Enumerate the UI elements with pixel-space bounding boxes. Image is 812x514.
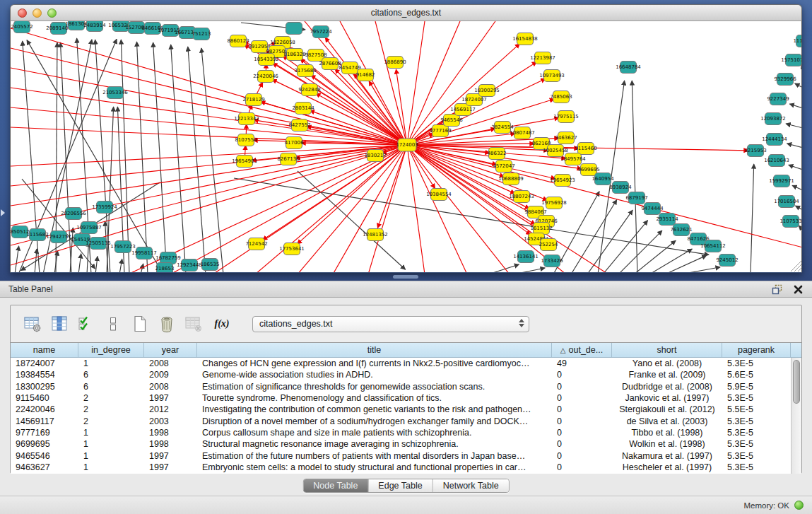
delete-column-button[interactable] — [156, 314, 177, 334]
table-settings-button[interactable] — [22, 314, 43, 334]
graph-node[interactable]: 7957224 — [310, 26, 332, 38]
table-row[interactable]: 2242004622012Investigating the contribut… — [11, 404, 791, 415]
graph-node[interactable]: 8186328 — [283, 49, 305, 61]
graph-node[interactable]: 252254 — [539, 239, 558, 251]
function-builder-button[interactable]: f(x) — [210, 314, 234, 334]
graph-node[interactable]: 8107554 — [235, 134, 257, 146]
graph-node[interactable]: 3175685 — [294, 65, 316, 77]
graph-node[interactable]: 4572047 — [493, 160, 514, 173]
graph-node[interactable]: 1115682 — [26, 229, 48, 241]
graph-node[interactable]: 1830217 — [364, 150, 386, 162]
graph-node[interactable]: 9474444 — [641, 203, 664, 215]
table-row[interactable]: 1872400712008Changes of HCN gene express… — [11, 358, 791, 369]
graph-node[interactable]: 2718129 — [242, 94, 264, 106]
tab-node-table[interactable]: Node Table — [303, 479, 368, 492]
graph-node[interactable]: 218653 — [155, 263, 175, 274]
graph-node[interactable]: 15992971 — [769, 175, 794, 187]
graph-node[interactable]: 6879197 — [625, 192, 647, 204]
graph-node[interactable]: 2935114 — [656, 214, 678, 226]
graph-node[interactable]: 186535 — [201, 259, 220, 271]
graph-node[interactable]: 2876608 — [319, 58, 341, 70]
graph-node[interactable]: 17975115 — [553, 111, 579, 123]
graph-node[interactable]: 751213 — [192, 28, 211, 40]
canvas-resize-grip[interactable] — [798, 268, 801, 271]
graph-node[interactable]: 1117304 — [793, 35, 801, 47]
tab-network-table[interactable]: Network Table — [433, 479, 509, 492]
column-header-short[interactable]: short — [612, 343, 722, 357]
close-window-button[interactable] — [18, 8, 27, 18]
create-column-button[interactable] — [129, 314, 151, 334]
table-row[interactable]: 1456911722003Disruption of a novel membe… — [11, 415, 791, 426]
canvas-resize-grip[interactable] — [794, 264, 801, 271]
graph-node[interactable]: 914682 — [356, 69, 375, 81]
table-row[interactable]: 977716911998Corpus callosum shape and si… — [11, 427, 791, 438]
column-header-pagerank[interactable]: pagerank — [722, 343, 791, 357]
graph-node[interactable]: 9463627 — [555, 132, 577, 144]
network-window[interactable]: citations_edges.txt 24055722089140618613… — [10, 4, 802, 273]
graph-node[interactable]: 8215953 — [744, 145, 766, 157]
table-row[interactable]: 1938455462009Genome-wide association stu… — [11, 369, 791, 380]
zoom-window-button[interactable] — [47, 8, 57, 18]
graph-node[interactable]: 19384554 — [426, 189, 452, 201]
graph-node[interactable]: 7124542 — [245, 238, 267, 250]
table-row[interactable]: 946362711997Embryonic stem cells: a mode… — [11, 462, 791, 473]
graph-node[interactable]: 2483914 — [83, 21, 106, 32]
network-graph[interactable]: 2405572208914061861304248391410653287152… — [11, 21, 801, 273]
graph-node[interactable]: 16154838 — [512, 33, 538, 45]
graph-node[interactable]: 1107533 — [779, 216, 801, 228]
graph-node[interactable]: 19654903 — [232, 156, 257, 168]
graph-node[interactable]: 20206556 — [61, 208, 86, 220]
graph-node[interactable]: 9115460 — [575, 143, 596, 155]
table-selector-dropdown[interactable]: citations_edges.txt — [252, 316, 529, 332]
graph-node[interactable]: 19654923 — [550, 175, 575, 187]
graph-node[interactable]: 16210643 — [764, 155, 789, 167]
panel-splitter-handle[interactable] — [393, 275, 418, 279]
column-header-out-de-[interactable]: △out_de... — [552, 343, 612, 357]
graph-node[interactable]: 2803144 — [292, 103, 314, 115]
select-columns-button[interactable] — [76, 314, 97, 334]
graph-node[interactable]: 8938924 — [609, 182, 632, 194]
close-panel-icon[interactable] — [792, 284, 804, 295]
graph-node[interactable]: 12481352 — [363, 229, 388, 241]
graph-node[interactable]: 9329966 — [774, 74, 796, 86]
graph-node[interactable]: 17753641 — [279, 243, 305, 255]
column-header-title[interactable]: title — [197, 343, 552, 357]
tab-edge-table[interactable]: Edge Table — [368, 479, 433, 492]
table-row[interactable]: 969969511998Structural magnetic resonanc… — [11, 438, 791, 450]
table-row[interactable]: 946554611997Estimation of the future num… — [11, 450, 791, 461]
graph-node[interactable]: 9242848 — [298, 84, 320, 96]
graph-node[interactable]: 2405572 — [11, 21, 33, 33]
collapse-panel-arrow-icon[interactable] — [1, 209, 5, 216]
scrollbar-thumb[interactable] — [793, 360, 800, 404]
graph-node[interactable]: 9227349 — [767, 93, 789, 105]
graph-node[interactable]: 12093872 — [760, 113, 786, 125]
graph-node[interactable]: 19756928 — [541, 197, 567, 209]
graph-node[interactable]: 486322 — [488, 148, 507, 160]
graph-node[interactable]: 8267130 — [277, 153, 299, 165]
graph-node[interactable]: 9245012 — [716, 255, 738, 267]
table-row[interactable]: 911546021997Tourette syndrome. Phenomeno… — [11, 392, 791, 404]
graph-node[interactable]: 7632621 — [670, 224, 692, 236]
graph-node[interactable] — [286, 23, 302, 35]
graph-node[interactable]: 417006 — [285, 137, 304, 149]
show-columns-button[interactable] — [49, 314, 70, 334]
column-header-name[interactable]: name — [11, 343, 78, 357]
graph-node[interactable]: 1886890 — [384, 57, 406, 69]
graph-node[interactable]: 16648784 — [616, 62, 641, 74]
graph-node[interactable]: 1724003 — [396, 139, 418, 151]
table-row[interactable]: 1830029562008Estimation of significance … — [11, 381, 791, 392]
graph-node[interactable]: 1640954 — [592, 173, 614, 185]
network-view-canvas[interactable]: 2405572208914061861304248391410653287152… — [10, 21, 802, 273]
graph-node[interactable]: 21053346 — [102, 87, 128, 99]
row-options-button[interactable] — [102, 314, 124, 334]
graph-node[interactable]: 15751074 — [781, 54, 801, 66]
graph-node[interactable]: 7485063 — [550, 91, 572, 103]
graph-node[interactable]: 12444134 — [762, 134, 787, 146]
network-window-titlebar[interactable]: citations_edges.txt — [10, 4, 802, 21]
graph-node[interactable]: 10688809 — [498, 173, 524, 185]
column-header-year[interactable]: year — [144, 343, 197, 357]
graph-node[interactable]: 8427552 — [288, 119, 310, 132]
delete-table-button[interactable] — [183, 314, 204, 334]
minimize-window-button[interactable] — [33, 8, 42, 18]
table-vertical-scrollbar[interactable] — [791, 358, 801, 474]
